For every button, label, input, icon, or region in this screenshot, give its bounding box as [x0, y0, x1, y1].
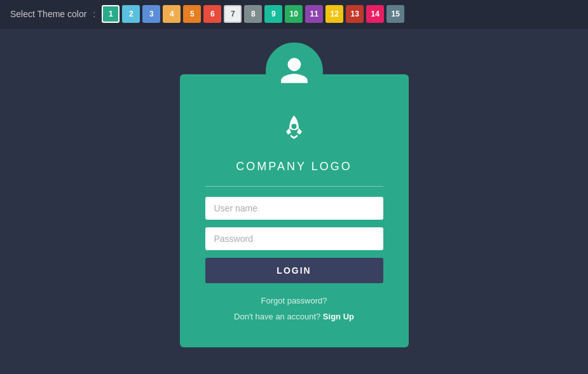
rocket-icon [277, 112, 311, 147]
username-input[interactable] [205, 197, 383, 220]
color-swatch-11[interactable]: 11 [305, 5, 323, 23]
login-form: LOGIN [205, 197, 383, 296]
avatar-circle [266, 43, 323, 100]
login-button[interactable]: LOGIN [205, 258, 383, 283]
color-swatch-10[interactable]: 10 [285, 5, 303, 23]
color-swatch-7[interactable]: 7 [224, 5, 242, 23]
color-swatch-12[interactable]: 12 [325, 5, 343, 23]
signup-label: Don't have an account? [234, 312, 320, 321]
color-swatch-2[interactable]: 2 [122, 5, 140, 23]
color-swatch-15[interactable]: 15 [386, 5, 404, 23]
login-card: COMPANY LOGO LOGIN Forgot password? Don'… [180, 74, 409, 347]
theme-bar: Select Theme color : 1234567891011121314… [0, 0, 588, 29]
company-logo-text: COMPANY LOGO [205, 160, 383, 173]
color-swatch-3[interactable]: 3 [142, 5, 160, 23]
signup-text: Don't have an account? Sign Up [234, 312, 354, 321]
divider [205, 186, 383, 187]
color-swatch-1[interactable]: 1 [102, 5, 120, 23]
rocket-logo [205, 112, 383, 155]
password-input[interactable] [205, 227, 383, 250]
color-swatch-13[interactable]: 13 [346, 5, 364, 23]
signup-link[interactable]: Sign Up [323, 312, 354, 321]
main-area: COMPANY LOGO LOGIN Forgot password? Don'… [0, 29, 588, 374]
user-avatar-icon [278, 55, 310, 87]
theme-label: Select Theme color [10, 9, 86, 19]
color-swatch-6[interactable]: 6 [203, 5, 221, 23]
color-swatch-8[interactable]: 8 [244, 5, 262, 23]
logo-area: COMPANY LOGO [205, 112, 383, 173]
color-swatch-9[interactable]: 9 [264, 5, 282, 23]
forgot-password-link[interactable]: Forgot password? [205, 296, 383, 305]
color-swatch-5[interactable]: 5 [183, 5, 201, 23]
theme-color-picker: 123456789101112131415 [102, 5, 404, 23]
svg-point-0 [292, 124, 297, 129]
color-swatch-14[interactable]: 14 [366, 5, 384, 23]
theme-separator: : [93, 9, 95, 19]
color-swatch-4[interactable]: 4 [163, 5, 181, 23]
